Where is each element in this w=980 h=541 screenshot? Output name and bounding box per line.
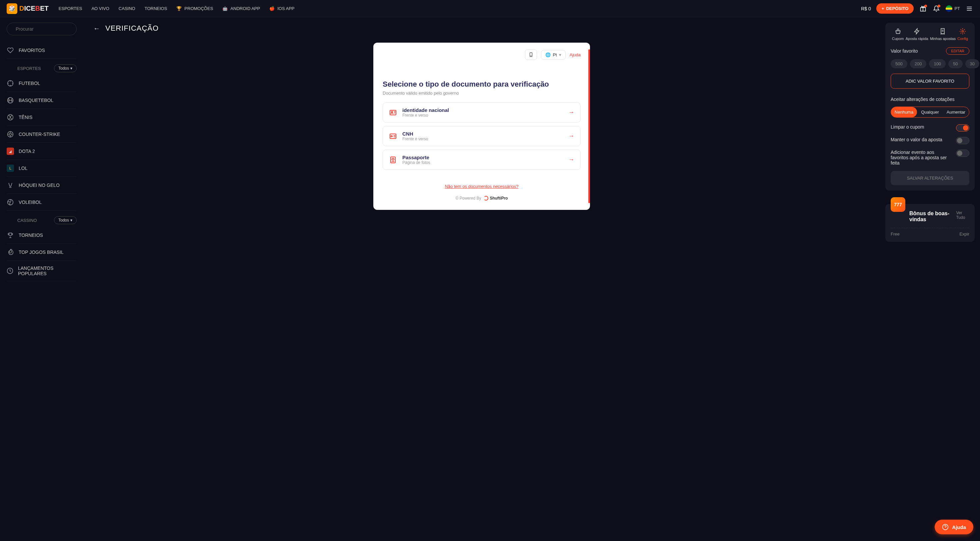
- casino-section-header: CASSINO Todos▾: [7, 211, 77, 227]
- logo[interactable]: 🎲 DICEBET: [7, 3, 49, 14]
- mobile-icon[interactable]: [525, 49, 537, 60]
- verification-title: Selecione o tipo de documento para verif…: [383, 80, 581, 89]
- nav-aovivo[interactable]: AO VIVO: [91, 6, 109, 11]
- sidebar-torneios[interactable]: TORNEIOS: [7, 227, 77, 244]
- doc-option-passport[interactable]: Passaporte Página de fotos →: [383, 149, 581, 170]
- chip-500[interactable]: 500: [891, 59, 907, 68]
- verification-subtitle: Documento válido emitido pelo governo: [383, 90, 581, 95]
- option-qualquer[interactable]: Qualquer: [917, 107, 943, 117]
- favorite-amount-label: Valor favorito: [891, 48, 918, 54]
- amount-chips: 500 200 100 50 30: [891, 59, 969, 68]
- svg-point-17: [962, 31, 964, 32]
- svg-point-16: [392, 158, 394, 160]
- deposit-button[interactable]: +DEPÓSITO: [877, 3, 914, 14]
- no-docs-link[interactable]: Não tem os documentos necessários?: [445, 184, 518, 189]
- nav-android[interactable]: 🤖ANDROID APP: [222, 6, 260, 11]
- treasure-icon: 🏆: [177, 6, 182, 11]
- save-button[interactable]: SALVAR ALTERAÇÕES: [891, 171, 969, 185]
- bonus-view-all[interactable]: Ver Tudo: [956, 211, 969, 220]
- help-fab[interactable]: Ajuda: [935, 520, 973, 534]
- logo-text: DICEBET: [19, 5, 49, 12]
- balance: R$ 0: [861, 6, 871, 11]
- toggle-add-favorite[interactable]: [956, 149, 969, 157]
- sidebar-favorites[interactable]: FAVORITOS: [7, 42, 77, 59]
- passport-icon: [389, 156, 397, 164]
- svg-point-10: [531, 56, 531, 56]
- verification-card: 🌐 Pt ▾ Ajuda Selecione o tipo de documen…: [373, 43, 590, 210]
- bonus-divider: [891, 228, 969, 228]
- sidebar-basquetebol[interactable]: BASQUETEBOL: [7, 92, 77, 109]
- sidebar: FAVORITOS ESPORTES Todos▾ FUTEBOL BASQUE…: [0, 17, 83, 541]
- sports-filter[interactable]: Todos▾: [54, 64, 77, 72]
- shufti-icon: [484, 196, 488, 200]
- sidebar-counterstrike[interactable]: COUNTER-STRIKE: [7, 126, 77, 143]
- doc-title: Passaporte: [402, 155, 563, 160]
- chip-50[interactable]: 50: [948, 59, 963, 68]
- basketball-icon: [7, 97, 14, 104]
- toggle-keep-value[interactable]: [956, 137, 969, 144]
- betslip-panel: Cupom Aposta rápida Minhas apostas Confi…: [885, 23, 975, 190]
- gear-icon: [959, 28, 966, 35]
- chip-30[interactable]: 30: [965, 59, 979, 68]
- android-icon: 🤖: [222, 6, 228, 11]
- language-select[interactable]: PT: [946, 5, 960, 12]
- gift-button[interactable]: [919, 5, 927, 13]
- tennis-icon: [7, 114, 14, 121]
- nav-casino[interactable]: CASINO: [119, 6, 135, 11]
- sidebar-lol[interactable]: L LOL: [7, 160, 77, 177]
- nav-torneios[interactable]: TORNEIOS: [145, 6, 167, 11]
- tab-aposta-rapida[interactable]: Aposta rápida: [906, 28, 928, 41]
- back-button[interactable]: ←: [93, 25, 100, 32]
- arrow-right-icon: →: [568, 109, 574, 116]
- sidebar-futebol[interactable]: FUTEBOL: [7, 75, 77, 92]
- nav-esportes[interactable]: ESPORTES: [59, 6, 82, 11]
- edit-button[interactable]: EDITAR: [946, 47, 969, 55]
- sports-section-header: ESPORTES Todos▾: [7, 59, 77, 75]
- sidebar-voleibol[interactable]: VOLEIBOL: [7, 194, 77, 211]
- bonus-card[interactable]: 777 Bônus de boas-vindas Ver Tudo Free E…: [885, 204, 975, 242]
- fire-icon: [7, 249, 14, 256]
- verification-help-link[interactable]: Ajuda: [570, 52, 581, 57]
- arrow-right-icon: →: [568, 156, 574, 163]
- odds-change-label: Aceitar alterações de cotações: [891, 97, 969, 102]
- toggle-label: Adicionar evento aos favoritos após a ap…: [891, 149, 953, 165]
- trophy-icon: [7, 232, 14, 239]
- nav-promocoes[interactable]: 🏆PROMOÇÕES: [177, 6, 213, 11]
- verification-lang-select[interactable]: 🌐 Pt ▾: [541, 50, 565, 60]
- id-card-icon: [389, 109, 397, 117]
- sidebar-hoquei[interactable]: HÓQUEI NO GELO: [7, 177, 77, 194]
- shufti-logo: ShuftiPro: [484, 196, 508, 200]
- tab-config[interactable]: Config: [957, 28, 968, 41]
- tab-cupom[interactable]: Cupom: [892, 28, 904, 41]
- search-box[interactable]: [7, 23, 77, 35]
- nav-ios[interactable]: 🍎IOS APP: [269, 6, 294, 11]
- toggle-clear-coupon[interactable]: [956, 124, 969, 132]
- sidebar-tenis[interactable]: TÊNIS: [7, 109, 77, 126]
- toggle-row-add-favorite: Adicionar evento aos favoritos após a ap…: [891, 149, 969, 165]
- bonus-footer: Free Expir: [891, 232, 969, 236]
- sidebar-topjogos[interactable]: TOP JOGOS BRASIL: [7, 244, 77, 261]
- sidebar-lancamentos[interactable]: LANÇAMENTOS POPULARES: [7, 261, 77, 281]
- lol-icon: L: [7, 165, 14, 172]
- search-input[interactable]: [16, 26, 74, 32]
- tab-minhas-apostas[interactable]: Minhas apostas: [930, 28, 956, 41]
- doc-option-cnh[interactable]: CNH Frente e verso →: [383, 126, 581, 146]
- chip-200[interactable]: 200: [910, 59, 927, 68]
- option-aumentar[interactable]: Aumentar: [943, 107, 969, 117]
- sports-label: ESPORTES: [7, 66, 41, 71]
- heart-icon: [7, 47, 14, 54]
- chip-100[interactable]: 100: [929, 59, 946, 68]
- casino-filter[interactable]: Todos▾: [54, 216, 77, 224]
- dota-icon: ◢: [7, 148, 14, 155]
- add-favorite-button[interactable]: ADIC VALOR FAVORITO: [891, 74, 969, 89]
- option-nenhuma[interactable]: Nenhuma: [891, 107, 917, 117]
- clock-icon: [7, 267, 13, 274]
- toggle-label: Limpar o cupom: [891, 124, 953, 130]
- doc-option-id[interactable]: identidade nacional Frente e verso →: [383, 102, 581, 122]
- main: ← VERIFICAÇÃO 🌐 Pt ▾ Ajuda Selecione o t…: [83, 17, 880, 541]
- menu-button[interactable]: [965, 5, 973, 13]
- doc-subtitle: Frente e verso: [402, 136, 563, 141]
- notification-button[interactable]: [932, 5, 940, 13]
- sidebar-dota2[interactable]: ◢ DOTA 2: [7, 143, 77, 160]
- cs-icon: [7, 130, 14, 138]
